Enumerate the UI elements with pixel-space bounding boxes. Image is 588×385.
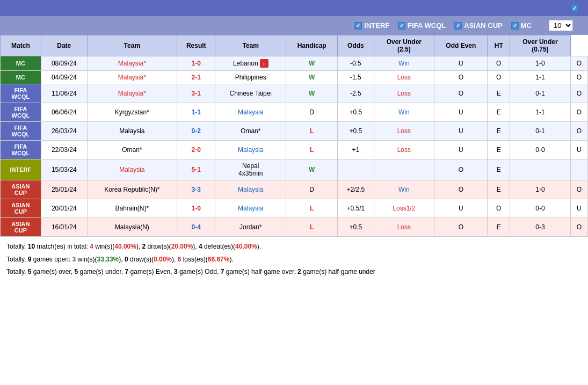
handicap: +0.5: [338, 103, 374, 122]
team2[interactable]: Malaysia: [215, 199, 286, 218]
team1[interactable]: Malaysia: [87, 159, 177, 180]
odds: Loss: [374, 218, 434, 237]
match-result[interactable]: 1-0: [177, 56, 215, 71]
match-result[interactable]: 2-0: [177, 141, 215, 159]
ht-over-under: O: [570, 103, 587, 122]
display-notes-checkbox[interactable]: ✓: [571, 4, 578, 12]
team1[interactable]: Korea Republic(N)*: [87, 180, 177, 199]
ht-score: 1-0: [510, 56, 571, 71]
odd-even: E: [488, 84, 510, 103]
over-under: U: [434, 103, 488, 122]
match-type: INTERF: [1, 159, 41, 180]
match-result[interactable]: 0-2: [177, 122, 215, 141]
handicap: +0.5: [338, 218, 374, 237]
wdl: L: [286, 199, 338, 218]
team2[interactable]: Malaysia: [215, 141, 286, 159]
match-result[interactable]: 0-4: [177, 218, 215, 237]
match-result[interactable]: 3-3: [177, 180, 215, 199]
fifa-wcql-checkbox[interactable]: ✓: [398, 22, 405, 30]
ht-score: 0-1: [510, 122, 571, 141]
match-result[interactable]: 5-1: [177, 159, 215, 180]
col-oe: Odd Even: [434, 35, 488, 56]
ht-over-under: O: [570, 180, 587, 199]
table-row: ASIAN CUP16/01/24Malaysia(N)0-4Jordan*L+…: [1, 218, 588, 237]
asian-cup-label: ASIAN CUP: [464, 21, 503, 30]
table-row: MC08/09/24Malaysia*1-0LebanoniW-0.5WinUO…: [1, 56, 588, 71]
team2[interactable]: Jordan*: [215, 218, 286, 237]
handicap: +0.5: [338, 122, 374, 141]
over-under: U: [434, 141, 488, 159]
filter-fifa-wcql: ✓ FIFA WCQL: [398, 21, 446, 30]
odds: Loss: [374, 71, 434, 84]
match-type: ASIAN CUP: [1, 199, 41, 218]
match-type: FIFA WCQL: [1, 103, 41, 122]
match-date: 06/06/24: [41, 103, 87, 122]
odds: Loss: [374, 122, 434, 141]
col-team1: Team: [87, 35, 177, 56]
games-select[interactable]: 10 5 15 20: [549, 20, 573, 31]
team2[interactable]: Chinese Taipei: [215, 84, 286, 103]
match-type: ASIAN CUP: [1, 218, 41, 237]
match-result[interactable]: 3-1: [177, 84, 215, 103]
over-under: U: [434, 122, 488, 141]
ht-over-under: O: [570, 56, 587, 71]
team1[interactable]: Malaysia(N): [87, 218, 177, 237]
odd-even: E: [488, 159, 510, 180]
handicap: +2/2.5: [338, 180, 374, 199]
ht-score: 0-1: [510, 84, 571, 103]
team1[interactable]: Malaysia*: [87, 84, 177, 103]
col-ou075: Over Under(0.75): [510, 35, 571, 56]
table-row: INTERF15/03/24Malaysia5-1Nepal 4x35minWO…: [1, 159, 588, 180]
team2[interactable]: Oman*: [215, 122, 286, 141]
odd-even: E: [488, 180, 510, 199]
match-result[interactable]: 2-1: [177, 71, 215, 84]
col-match: Match: [1, 35, 41, 56]
team2[interactable]: Malaysia: [215, 180, 286, 199]
table-row: ASIAN CUP25/01/24Korea Republic(N)*3-3Ma…: [1, 180, 588, 199]
wdl: W: [286, 71, 338, 84]
team1[interactable]: Malaysia*: [87, 56, 177, 71]
match-date: 15/03/24: [41, 159, 87, 180]
ht-over-under: O: [570, 71, 587, 84]
odd-even: E: [488, 122, 510, 141]
team2[interactable]: Lebanoni: [215, 56, 286, 71]
odd-even: E: [488, 218, 510, 237]
table-row: FIFA WCQL22/03/24Oman*2-0MalaysiaL+1Loss…: [1, 141, 588, 159]
handicap: -2.5: [338, 84, 374, 103]
match-date: 04/09/24: [41, 71, 87, 84]
team1[interactable]: Malaysia*: [87, 71, 177, 84]
wdl: L: [286, 218, 338, 237]
over-under: O: [434, 159, 488, 180]
match-result[interactable]: 1-0: [177, 199, 215, 218]
match-type: ASIAN CUP: [1, 180, 41, 199]
wdl: D: [286, 180, 338, 199]
team1[interactable]: Bahrain(N)*: [87, 199, 177, 218]
team1[interactable]: Malaysia: [87, 122, 177, 141]
match-date: 11/06/24: [41, 84, 87, 103]
asian-cup-checkbox[interactable]: ✓: [454, 22, 462, 30]
odds: Win: [374, 56, 434, 71]
match-result[interactable]: 1-1: [177, 103, 215, 122]
team2[interactable]: Malaysia: [215, 103, 286, 122]
table-row: FIFA WCQL06/06/24Kyrgyzstan*1-1MalaysiaD…: [1, 103, 588, 122]
header: ✓: [0, 0, 588, 16]
over-under: U: [434, 56, 488, 71]
match-date: 20/01/24: [41, 199, 87, 218]
interf-label: INTERF: [364, 21, 389, 30]
odds: Loss: [374, 141, 434, 159]
over-under: O: [434, 180, 488, 199]
team1[interactable]: Kyrgyzstan*: [87, 103, 177, 122]
mc-checkbox[interactable]: ✓: [511, 22, 519, 30]
display-notes-container: ✓: [571, 4, 582, 12]
team2[interactable]: Philippines: [215, 71, 286, 84]
handicap: -1.5: [338, 71, 374, 84]
match-date: 08/09/24: [41, 56, 87, 71]
over-under: O: [434, 71, 488, 84]
team2[interactable]: Nepal 4x35min: [215, 159, 286, 180]
wdl: D: [286, 103, 338, 122]
team1[interactable]: Oman*: [87, 141, 177, 159]
interf-checkbox[interactable]: ✓: [354, 22, 362, 30]
match-type: FIFA WCQL: [1, 141, 41, 159]
col-odds: Odds: [338, 35, 374, 56]
col-handicap: Handicap: [286, 35, 338, 56]
